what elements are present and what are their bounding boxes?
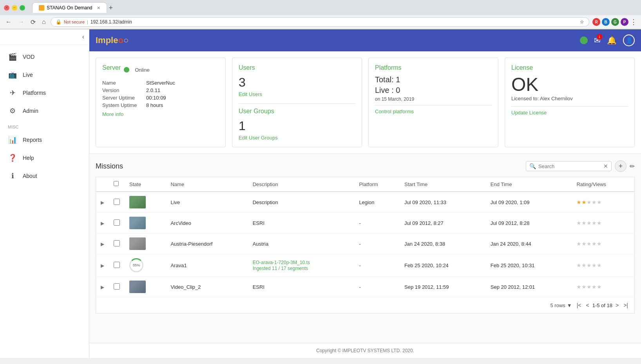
- misc-section-label: Misc: [0, 120, 89, 131]
- next-page-button[interactable]: >: [614, 301, 620, 309]
- row-thumb-cell: [125, 213, 166, 234]
- help-icon: ❓: [8, 154, 17, 162]
- expand-icon[interactable]: ▶: [101, 241, 104, 247]
- ext-icon-2[interactable]: B: [602, 18, 610, 26]
- select-all-checkbox[interactable]: [114, 181, 119, 186]
- security-indicator: 🔒: [56, 19, 62, 25]
- search-input[interactable]: [538, 163, 601, 169]
- page-info: 1-5 of 18: [592, 302, 612, 308]
- row-platform: -: [354, 277, 400, 297]
- last-page-button[interactable]: >|: [622, 301, 630, 309]
- table-row: ▶ Austria-Piesendorf Austria - Jan 24 20…: [96, 234, 635, 254]
- row-stars: ★★★★★: [572, 192, 634, 213]
- sidebar-item-help[interactable]: ❓ Help: [0, 149, 89, 167]
- first-page-button[interactable]: |<: [575, 301, 583, 309]
- bell-icon-button[interactable]: 🔔: [607, 36, 617, 45]
- expand-icon[interactable]: ▶: [101, 200, 104, 205]
- sidebar-collapse-button[interactable]: ‹: [82, 33, 84, 40]
- row-start-time: Jan 24 2020, 8:38: [400, 234, 486, 254]
- prev-page-button[interactable]: <: [584, 301, 590, 309]
- update-license-link[interactable]: Update License: [511, 110, 547, 116]
- tab-close-button[interactable]: ✕: [97, 5, 100, 11]
- row-name: Arava1: [166, 254, 248, 277]
- expand-icon[interactable]: ▶: [101, 263, 104, 268]
- edit-user-groups-link[interactable]: Edit User Groups: [239, 135, 278, 141]
- ingest-link[interactable]: EO-arava-1-720p-3M_10.ts: [253, 260, 350, 265]
- user-count: 3: [239, 75, 355, 90]
- topbar-actions: ✉ 1 🔔 👤: [580, 34, 635, 46]
- user-avatar[interactable]: 👤: [623, 34, 635, 46]
- back-button[interactable]: ←: [4, 18, 13, 26]
- search-clear-button[interactable]: ✕: [603, 163, 608, 169]
- row-desc: Description: [248, 192, 355, 213]
- add-mission-button[interactable]: +: [615, 160, 627, 172]
- browser-chrome: ✕ − □ STANAG On Demand ✕ + ← → ⟳ ⌂ 🔒 Not…: [0, 0, 641, 29]
- live-platforms: Live : 0: [375, 86, 492, 95]
- sidebar-item-label-admin: Admin: [23, 108, 38, 114]
- row-description: ESRI: [253, 284, 264, 290]
- logo-accent: o: [118, 35, 123, 45]
- server-version: 2.0.11: [146, 87, 160, 93]
- app-logo: Impleo○: [96, 35, 580, 45]
- home-button[interactable]: ⌂: [40, 18, 47, 26]
- col-rating: Rating/Views: [572, 177, 634, 192]
- row-desc: ESRI: [248, 213, 355, 234]
- edit-missions-button[interactable]: ✏: [630, 163, 635, 170]
- menu-icon[interactable]: ⋮: [630, 18, 637, 26]
- mail-icon-button[interactable]: ✉ 1: [594, 36, 601, 45]
- ext-icon-1[interactable]: R: [592, 18, 600, 26]
- sidebar-item-live[interactable]: 📺 Live: [0, 66, 89, 84]
- window-controls: ✕ − □: [4, 5, 25, 11]
- more-info-link[interactable]: More info: [102, 111, 123, 117]
- row-select-checkbox[interactable]: [114, 240, 120, 246]
- row-desc: Austria: [248, 234, 355, 254]
- minimize-button[interactable]: −: [12, 5, 17, 11]
- sidebar-item-vod[interactable]: 🎬 VOD: [0, 48, 89, 66]
- sidebar-item-label-help: Help: [23, 155, 34, 161]
- maximize-button[interactable]: □: [20, 5, 25, 11]
- row-start-time: Jul 09 2012, 8:27: [400, 213, 486, 234]
- table-row: ▶ Live Description Legion Jul 09 2020, 1…: [96, 192, 635, 213]
- sidebar-item-reports[interactable]: 📊 Reports: [0, 131, 89, 149]
- row-description: Austria: [253, 241, 268, 247]
- row-stars: ★★★★★: [572, 254, 634, 277]
- row-select-checkbox[interactable]: [114, 219, 120, 226]
- footer-text: Copyright © IMPLEOTV SYSTEMS LTD. 2020.: [316, 348, 414, 353]
- address-bar[interactable]: 🔒 Not secure | 192.168.1.32/admin ☆: [51, 17, 589, 27]
- row-expand-cell: ▶: [96, 192, 109, 213]
- sidebar-item-admin[interactable]: ⚙ Admin: [0, 102, 89, 120]
- expand-icon[interactable]: ▶: [101, 221, 104, 226]
- rows-per-page-select[interactable]: 5 rows ▼: [550, 302, 572, 308]
- col-expand: [96, 177, 109, 192]
- row-select-checkbox[interactable]: [114, 283, 120, 290]
- reload-button[interactable]: ⟳: [29, 18, 37, 27]
- search-box: 🔍 ✕: [526, 161, 612, 171]
- ext-icon-3[interactable]: G: [611, 18, 619, 26]
- control-platforms-link[interactable]: Control platforms: [375, 109, 414, 114]
- about-icon: ℹ: [8, 172, 17, 180]
- missions-section: Missions 🔍 ✕ + ✏: [89, 154, 641, 343]
- row-select-checkbox[interactable]: [114, 199, 120, 205]
- sidebar-item-label-platforms: Platforms: [23, 90, 46, 96]
- active-tab[interactable]: STANAG On Demand ✕: [32, 2, 107, 13]
- ext-icon-4[interactable]: P: [621, 18, 628, 26]
- admin-icon: ⚙: [8, 107, 17, 115]
- sidebar-item-about[interactable]: ℹ About: [0, 167, 89, 185]
- group-count: 1: [239, 119, 355, 133]
- col-checkbox: [109, 177, 125, 192]
- row-select-checkbox[interactable]: [114, 262, 120, 268]
- forward-button[interactable]: →: [16, 18, 26, 26]
- row-checkbox-cell: [109, 254, 125, 277]
- close-button[interactable]: ✕: [4, 5, 9, 11]
- edit-users-link[interactable]: Edit Users: [239, 91, 262, 97]
- expand-icon[interactable]: ▶: [101, 284, 104, 290]
- star-icon[interactable]: ☆: [580, 19, 584, 25]
- sidebar-item-label-reports: Reports: [23, 137, 42, 143]
- dashboard-cards: Server Online Name StServerNuc Version 2…: [89, 51, 641, 154]
- new-tab-button[interactable]: +: [109, 4, 113, 11]
- tab-favicon: [39, 5, 44, 11]
- sidebar-item-platforms[interactable]: ✈ Platforms: [0, 84, 89, 102]
- col-start-time: Start Time: [400, 177, 486, 192]
- row-start-time: Feb 25 2020, 10:24: [400, 254, 486, 277]
- row-name: Austria-Piesendorf: [166, 234, 248, 254]
